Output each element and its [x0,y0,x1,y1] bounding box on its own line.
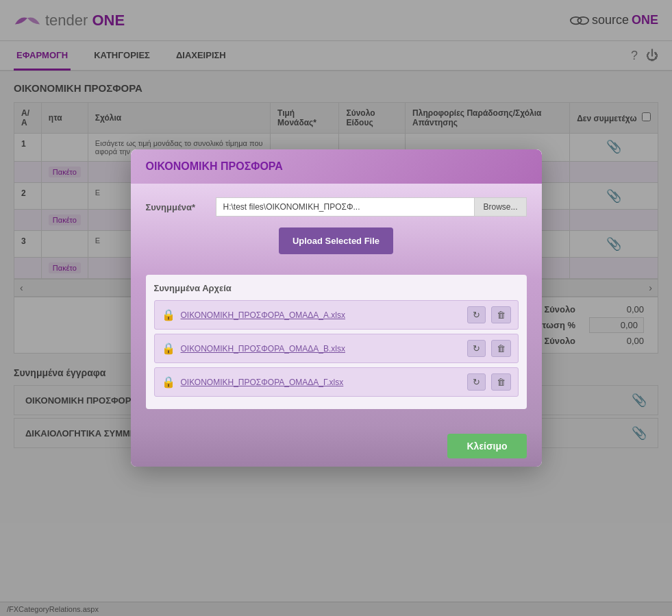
file-list-item-2: 🔒 ΟΙΚΟΝΟΜΙΚΗ_ΠΡΟΣΦΟΡΑ_ΟΜΑΔΑ_Γ.xlsx ↻ 🗑 [154,367,519,397]
upload-btn-wrapper: Upload Selected File [146,227,527,265]
file-refresh-btn-0[interactable]: ↻ [467,306,486,323]
file-item-name-2[interactable]: ΟΙΚΟΝΟΜΙΚΗ_ΠΡΟΣΦΟΡΑ_ΟΜΑΔΑ_Γ.xlsx [181,378,344,387]
file-list-item-1: 🔒 ΟΙΚΟΝΟΜΙΚΗ_ΠΡΟΣΦΟΡΑ_ΟΜΑΔΑ_Β.xlsx ↻ 🗑 [154,334,519,363]
file-item-left-2: 🔒 ΟΙΚΟΝΟΜΙΚΗ_ΠΡΟΣΦΟΡΑ_ΟΜΑΔΑ_Γ.xlsx [162,375,344,389]
modal-body: Συνημμένα* H:\test files\ΟΙΚΟΝΟΜΙΚΗ_ΠΡΟΣ… [131,184,542,426]
file-delete-btn-2[interactable]: 🗑 [491,373,511,391]
file-item-actions-1: ↻ 🗑 [467,340,511,357]
file-upload-row: Συνημμένα* H:\test files\ΟΙΚΟΝΟΜΙΚΗ_ΠΡΟΣ… [146,197,527,217]
modal-overlay: ΟΙΚΟΝΟΜΙΚΗ ΠΡΟΣΦΟΡΑ Συνημμένα* H:\test f… [0,0,672,462]
file-delete-btn-1[interactable]: 🗑 [491,340,511,357]
file-label: Συνημμένα* [146,202,208,212]
files-panel: Συνημμένα Αρχεία 🔒 ΟΙΚΟΝΟΜΙΚΗ_ΠΡΟΣΦΟΡΑ_Ο… [146,275,527,409]
file-item-left-0: 🔒 ΟΙΚΟΝΟΜΙΚΗ_ΠΡΟΣΦΟΡΑ_ΟΜΑΔΑ_Α.xlsx [162,308,345,321]
file-list-item-0: 🔒 ΟΙΚΟΝΟΜΙΚΗ_ΠΡΟΣΦΟΡΑ_ΟΜΑΔΑ_Α.xlsx ↻ 🗑 [154,300,519,330]
lock-icon-1: 🔒 [162,342,175,355]
close-modal-button[interactable]: Κλείσιμο [447,434,526,458]
file-item-left-1: 🔒 ΟΙΚΟΝΟΜΙΚΗ_ΠΡΟΣΦΟΡΑ_ΟΜΑΔΑ_Β.xlsx [162,342,345,355]
modal-title: ΟΙΚΟΝΟΜΙΚΗ ΠΡΟΣΦΟΡΑ [146,160,527,173]
file-delete-btn-0[interactable]: 🗑 [491,306,511,323]
lock-icon-2: 🔒 [162,375,175,389]
modal-header: ΟΙΚΟΝΟΜΙΚΗ ΠΡΟΣΦΟΡΑ [131,149,542,184]
files-panel-title: Συνημμένα Αρχεία [154,283,519,293]
file-refresh-btn-1[interactable]: ↻ [467,340,486,357]
file-item-name-1[interactable]: ΟΙΚΟΝΟΜΙΚΗ_ΠΡΟΣΦΟΡΑ_ΟΜΑΔΑ_Β.xlsx [181,344,345,354]
file-item-name-0[interactable]: ΟΙΚΟΝΟΜΙΚΗ_ΠΡΟΣΦΟΡΑ_ΟΜΑΔΑ_Α.xlsx [181,310,345,320]
upload-selected-file-button[interactable]: Upload Selected File [279,227,393,254]
file-input-area: H:\test files\ΟΙΚΟΝΟΜΙΚΗ_ΠΡΟΣΦ... Browse… [216,197,527,217]
file-item-actions-2: ↻ 🗑 [467,373,511,391]
modal-dialog: ΟΙΚΟΝΟΜΙΚΗ ΠΡΟΣΦΟΡΑ Συνημμένα* H:\test f… [131,149,542,462]
lock-icon-0: 🔒 [162,308,175,321]
file-path-display: H:\test files\ΟΙΚΟΝΟΜΙΚΗ_ΠΡΟΣΦ... [216,197,475,217]
file-item-actions-0: ↻ 🗑 [467,306,511,323]
modal-footer: Κλείσιμο [131,426,542,462]
file-refresh-btn-2[interactable]: ↻ [467,373,486,391]
browse-button[interactable]: Browse... [474,197,526,217]
